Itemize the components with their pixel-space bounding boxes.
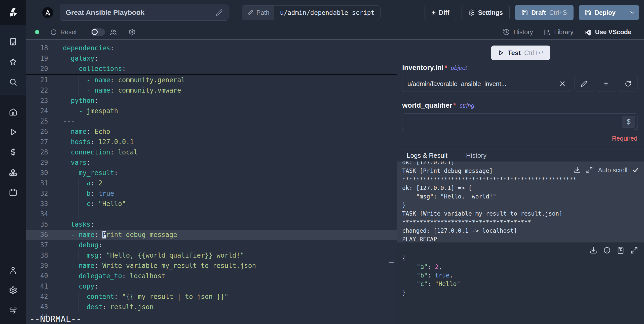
download-result-icon[interactable]: [590, 247, 597, 254]
multiplayer-button[interactable]: [109, 28, 117, 36]
line-number: 33: [26, 199, 48, 209]
code-editor[interactable]: 18dependencies:19 galaxy:20 collections:…: [26, 40, 397, 324]
code-line[interactable]: 18dependencies:: [26, 43, 397, 53]
sidebar-item-account[interactable]: [0, 260, 26, 280]
play-icon: [9, 128, 17, 136]
edit-title-icon[interactable]: [216, 9, 223, 16]
log-line: }: [402, 201, 644, 209]
library-button[interactable]: Library: [544, 28, 573, 36]
sidebar-item-runs[interactable]: [0, 122, 26, 142]
code-line[interactable]: 24 - jmespath: [26, 106, 397, 116]
edit-resource-button[interactable]: [575, 76, 593, 92]
resource-picker-input[interactable]: u/admin/favorable_ansible_invent...: [402, 76, 571, 92]
tab-label: History: [466, 152, 486, 159]
code-line[interactable]: 35 tasks:: [26, 219, 397, 230]
code-line[interactable]: 38 msg: "Hello, {{world_qualifier}} worl…: [26, 250, 397, 261]
refresh-resource-button[interactable]: [619, 76, 637, 92]
sidebar-item-logout[interactable]: [0, 300, 26, 320]
log-console[interactable]: ok: [127.0.0.1]TASK [Print debug message…: [397, 161, 644, 242]
deploy-dropdown-button[interactable]: [625, 5, 639, 20]
use-vscode-label: Use VScode: [595, 28, 631, 36]
log-line: changed: [127.0.0.1 -> localhost]: [402, 226, 644, 235]
add-resource-button[interactable]: [597, 76, 615, 92]
reset-button[interactable]: Reset: [50, 28, 77, 36]
history-button[interactable]: History: [503, 28, 533, 36]
code-line[interactable]: 40 delegate_to: localhost: [26, 271, 397, 281]
test-button[interactable]: Test Ctrl+↵: [491, 46, 550, 60]
code-line[interactable]: 39 - name: Write variable my_result to r…: [26, 261, 397, 271]
line-number: 28: [26, 147, 48, 157]
code-line[interactable]: 36 - name: Print debug message: [26, 230, 397, 240]
code-line[interactable]: 20 collections:: [26, 64, 397, 74]
field-type: string: [460, 102, 474, 109]
library-icon: [544, 29, 551, 36]
status-dot: [35, 30, 39, 34]
field-label-inventory: inventory.ini * object: [402, 64, 467, 72]
code-line[interactable]: 30 my_result:: [26, 168, 397, 178]
sidebar-item-workspace[interactable]: [0, 32, 26, 52]
code-line[interactable]: 23 python:: [26, 96, 397, 106]
variable-picker-button[interactable]: $: [622, 116, 635, 128]
field-name: world_qualifier: [402, 101, 452, 109]
info-icon[interactable]: [603, 247, 611, 254]
code-line[interactable]: 34: [26, 209, 397, 219]
code-line[interactable]: 19 galaxy:: [26, 53, 397, 64]
history-icon: [503, 29, 510, 36]
code-line[interactable]: 32 b: true: [26, 188, 397, 199]
top-header: Great Ansible Playbook Path u/admin/depe…: [26, 0, 644, 25]
code-line[interactable]: 28 connection: local: [26, 147, 397, 157]
code-line[interactable]: 33 c: "Hello": [26, 199, 397, 209]
code-line[interactable]: 37 debug:: [26, 240, 397, 250]
world-qualifier-textarea[interactable]: $: [402, 113, 637, 131]
path-widget[interactable]: Path u/admin/dependable_script: [242, 5, 381, 20]
deploy-button[interactable]: Deploy: [579, 5, 622, 20]
log-line: ok: [127.0.0.1] => {: [402, 184, 644, 192]
code-line[interactable]: 29 vars:: [26, 157, 397, 168]
draft-button[interactable]: Draft Ctrl+S: [515, 5, 574, 20]
line-number: 20: [26, 64, 48, 74]
code-line[interactable]: 44: [26, 312, 397, 322]
diff-button[interactable]: ± Diff: [425, 5, 456, 20]
use-vscode-button[interactable]: Use VScode: [584, 28, 631, 36]
clear-icon[interactable]: [559, 80, 566, 87]
tab-history[interactable]: History: [457, 149, 496, 161]
script-title-field[interactable]: Great Ansible Playbook: [60, 5, 229, 21]
sidebar-item-home[interactable]: [0, 102, 26, 122]
home-icon: [9, 108, 17, 116]
chevron-down-icon: [629, 9, 635, 16]
code-line[interactable]: 43 dest: result.json: [26, 302, 397, 312]
expand-logs-icon[interactable]: [586, 167, 593, 174]
log-line: ****************************************…: [402, 175, 644, 184]
code-lines[interactable]: 21 - name: community.general22 - name: c…: [26, 75, 397, 322]
code-line[interactable]: 26- name: Echo: [26, 127, 397, 137]
code-line[interactable]: 27 hosts: 127.0.0.1: [26, 137, 397, 147]
code-line[interactable]: 25---: [26, 116, 397, 127]
line-number: 37: [26, 240, 48, 250]
sidebar-item-favorites[interactable]: [0, 52, 26, 72]
settings-button[interactable]: Settings: [462, 5, 510, 20]
windmill-logo[interactable]: [0, 0, 26, 25]
check-icon[interactable]: [632, 167, 639, 173]
line-number: 30: [26, 168, 48, 178]
copy-clipboard-icon[interactable]: [617, 247, 624, 254]
path-label: Path: [256, 9, 269, 16]
sidebar-item-schedules[interactable]: [0, 182, 26, 202]
sidebar-item-settings[interactable]: [0, 280, 26, 300]
code-line[interactable]: 21 - name: community.general: [26, 75, 397, 85]
tab-logs-result[interactable]: Logs & Result: [397, 149, 457, 161]
expand-result-icon[interactable]: [630, 247, 638, 254]
editor-settings-button[interactable]: [128, 28, 135, 36]
inventory-field-row: u/admin/favorable_ansible_invent...: [402, 76, 637, 92]
diff-mode-toggle[interactable]: [91, 28, 105, 36]
sidebar-item-search[interactable]: [0, 72, 26, 92]
download-logs-icon[interactable]: [574, 167, 581, 174]
sidebar-item-resources[interactable]: [0, 162, 26, 182]
log-line: PLAY RECAP: [402, 235, 644, 242]
code-line[interactable]: 31 a: 2: [26, 178, 397, 188]
code-line[interactable]: 41 copy:: [26, 281, 397, 292]
resize-grip[interactable]: [633, 127, 636, 130]
sidebar-item-variables[interactable]: [0, 142, 26, 162]
result-pane[interactable]: { "a": 2, "b": true, "c": "Hello"}: [397, 242, 644, 324]
code-line[interactable]: 22 - name: community.vmware: [26, 85, 397, 96]
code-line[interactable]: 42 content: "{{ my_result | to_json }}": [26, 292, 397, 302]
